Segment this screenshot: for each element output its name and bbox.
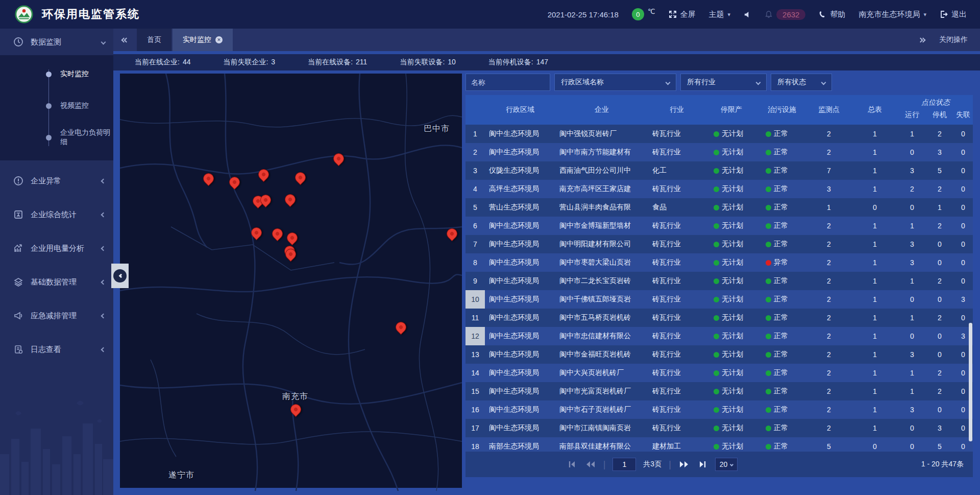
cell-limit-production: 无计划 xyxy=(705,405,757,414)
tab-home[interactable]: 首页 xyxy=(137,29,172,51)
sidebar-item-power-analysis[interactable]: 企业用电量分析 xyxy=(0,235,113,262)
stat-online-enterprises: 当前在线企业:44 xyxy=(135,58,190,67)
cell-company[interactable]: 阆中千佛镇五郎垭页岩 xyxy=(555,295,648,304)
cell-company[interactable]: 阆中市五马桥页岩机砖 xyxy=(555,313,648,322)
cell-stopped: 5 xyxy=(926,167,953,175)
table-row[interactable]: 7 阆中生态环境局 阆中明阳建材有限公司 砖瓦行业 无计划 正常 2 1 3 0… xyxy=(465,235,973,253)
sidebar-item-power-load-detail[interactable]: 企业电力负荷明细 xyxy=(0,122,113,153)
cell-monitor-points: 2 xyxy=(806,222,851,230)
table-row[interactable]: 17 阆中生态环境局 阆中市江南镇阆南页岩 砖瓦行业 无计划 正常 2 1 0 … xyxy=(465,419,973,437)
cell-monitor-points: 3 xyxy=(806,185,851,193)
table-row[interactable]: 3 仪陇生态环境局 西南油气田分公司川中 化工 无计划 正常 7 1 3 5 0 xyxy=(465,161,973,180)
cell-company[interactable]: 南充市高坪区王家店建 xyxy=(555,184,648,194)
cell-running: 3 xyxy=(898,167,926,175)
cell-company[interactable]: 阆中市二龙长宝页岩砖 xyxy=(555,276,648,286)
cell-company[interactable]: 阆中市金福旺页岩机砖 xyxy=(555,350,648,359)
tab-realtime-monitoring[interactable]: 实时监控 ✕ xyxy=(173,29,233,51)
sidebar-item-video-monitoring[interactable]: 视频监控 xyxy=(0,90,113,122)
org-dropdown[interactable]: 南充市生态环境局 ▾ xyxy=(859,10,926,19)
name-search-input[interactable] xyxy=(465,74,550,91)
cell-pollution-facility: 正常 xyxy=(757,423,806,433)
cell-pollution-facility: 正常 xyxy=(757,221,806,230)
cell-company[interactable]: 阆中明阳建材有限公司 xyxy=(555,240,648,249)
table-row[interactable]: 2 阆中生态环境局 阆中市南方节能建材有 砖瓦行业 无计划 正常 2 1 0 3… xyxy=(465,143,973,161)
industry-select[interactable]: 所有行业 xyxy=(680,74,767,91)
row-index: 11 xyxy=(465,314,485,322)
help-button[interactable]: 帮助 xyxy=(819,10,845,19)
table-row[interactable]: 5 营山生态环境局 营山县润丰肉食品有限 食品 无计划 正常 1 0 0 1 0 xyxy=(465,198,973,217)
table-row[interactable]: 9 阆中生态环境局 阆中市二龙长宝页岩砖 砖瓦行业 无计划 正常 2 1 1 2… xyxy=(465,272,973,290)
cell-company[interactable]: 阆中市金博瑞新型墙材 xyxy=(555,221,648,230)
cell-stopped: 2 xyxy=(926,387,953,395)
submenu-label: 实时监控 xyxy=(60,69,89,79)
status-dot-icon xyxy=(766,205,771,210)
table-row[interactable]: 14 阆中生态环境局 阆中大兴页岩机砖厂 砖瓦行业 无计划 正常 2 1 1 2… xyxy=(465,364,973,382)
sidebar-item-base-data[interactable]: 基础数据管理 xyxy=(0,269,113,295)
prev-page-button[interactable] xyxy=(585,460,596,469)
table-row[interactable]: 11 阆中生态环境局 阆中市五马桥页岩机砖 砖瓦行业 无计划 正常 2 1 1 … xyxy=(465,309,973,327)
row-index: 18 xyxy=(465,442,485,451)
fullscreen-button[interactable]: 全屏 xyxy=(669,10,696,19)
page-size-select[interactable]: 20 xyxy=(715,458,738,471)
tabs-scroll-left-button[interactable] xyxy=(113,29,137,51)
cell-company[interactable]: 南部县双佳建材有限公 xyxy=(555,442,648,451)
close-operations-button[interactable]: 关闭操作 xyxy=(939,35,968,44)
cell-company[interactable]: 阆中强锐页岩砖厂 xyxy=(555,129,648,138)
cell-company[interactable]: 阆中市江南镇阆南页岩 xyxy=(555,423,648,433)
cell-company[interactable]: 阆中市忠信建材有限公 xyxy=(555,332,648,341)
next-page-button[interactable] xyxy=(678,460,690,469)
cell-company[interactable]: 阆中市枣碧大梁山页岩 xyxy=(555,258,648,267)
theme-dropdown[interactable]: 主题 ▾ xyxy=(709,10,731,19)
table-row[interactable]: 6 阆中生态环境局 阆中市金博瑞新型墙材 砖瓦行业 无计划 正常 2 1 1 2… xyxy=(465,217,973,235)
row-index: 13 xyxy=(465,350,485,359)
cell-running: 3 xyxy=(898,258,926,267)
sidebar-item-log-view[interactable]: 日志查看 xyxy=(0,336,113,363)
caret-down-icon: ▾ xyxy=(728,11,731,18)
cell-monitor-points: 7 xyxy=(806,167,851,175)
sidebar-item-data-monitoring[interactable]: 数据监测 xyxy=(0,29,113,55)
status-dot-icon xyxy=(766,444,771,450)
cell-lost: 0 xyxy=(953,203,973,211)
sound-mute-button[interactable] xyxy=(744,11,751,18)
table-row[interactable]: 4 高坪生态环境局 南充市高坪区王家店建 砖瓦行业 无计划 正常 3 1 2 2… xyxy=(465,180,973,198)
page-number-input[interactable] xyxy=(612,458,636,471)
table-header: 行政区域 企业 行业 停限产 治污设施 监测点 总表 点位状态 运行 xyxy=(465,95,973,125)
table-row[interactable]: 18 南部生态环境局 南部县双佳建材有限公 建材加工 无计划 正常 5 0 0 … xyxy=(465,437,973,452)
status-select[interactable]: 所有状态 xyxy=(771,74,832,91)
cell-limit-production: 无计划 xyxy=(705,166,757,175)
table-row[interactable]: 15 阆中生态环境局 阆中市光富页岩机砖厂 砖瓦行业 无计划 正常 2 1 1 … xyxy=(465,382,973,400)
tabs-scroll-right-button[interactable] xyxy=(919,38,925,42)
row-index: 14 xyxy=(465,369,485,377)
region-select[interactable]: 行政区域名称 xyxy=(554,74,676,91)
logout-icon xyxy=(940,10,948,18)
sidebar-item-emergency-reduction[interactable]: 应急减排管理 xyxy=(0,302,113,329)
logout-button[interactable]: 退出 xyxy=(940,10,967,19)
cell-company[interactable]: 营山县润丰肉食品有限 xyxy=(555,203,648,212)
first-page-button[interactable] xyxy=(567,460,578,469)
cell-company[interactable]: 阆中市石子页岩机砖厂 xyxy=(555,405,648,414)
sidebar-item-label: 应急减排管理 xyxy=(31,311,77,321)
table-row[interactable]: 8 阆中生态环境局 阆中市枣碧大梁山页岩 砖瓦行业 无计划 异常 2 1 3 0… xyxy=(465,253,973,272)
status-dot-icon xyxy=(766,315,771,321)
table-row[interactable]: 10 阆中生态环境局 阆中千佛镇五郎垭页岩 砖瓦行业 无计划 正常 2 1 0 … xyxy=(465,290,973,309)
cell-company[interactable]: 阆中市光富页岩机砖厂 xyxy=(555,387,648,396)
sidebar-item-enterprise-statistics[interactable]: 企业综合统计 xyxy=(0,201,113,228)
last-page-button[interactable] xyxy=(697,460,708,469)
tab-close-icon[interactable]: ✕ xyxy=(215,36,223,43)
table-row[interactable]: 1 阆中生态环境局 阆中强锐页岩砖厂 砖瓦行业 无计划 正常 2 1 1 2 0 xyxy=(465,125,973,143)
chevron-down-icon xyxy=(101,39,106,44)
sidebar-item-enterprise-anomaly[interactable]: 企业异常 xyxy=(0,168,113,194)
table-row[interactable]: 12 阆中生态环境局 阆中市忠信建材有限公 砖瓦行业 无计划 正常 2 1 0 … xyxy=(465,327,973,345)
table-scrollbar[interactable] xyxy=(969,323,972,441)
table-row[interactable]: 13 阆中生态环境局 阆中市金福旺页岩机砖 砖瓦行业 无计划 正常 2 1 3 … xyxy=(465,345,973,364)
table-row[interactable]: 16 阆中生态环境局 阆中市石子页岩机砖厂 砖瓦行业 无计划 正常 2 1 3 … xyxy=(465,400,973,419)
cell-company[interactable]: 阆中大兴页岩机砖厂 xyxy=(555,368,648,378)
status-dot-icon xyxy=(766,242,771,247)
notifications-button[interactable]: 2632 xyxy=(765,9,805,20)
map-panel[interactable]: 巴中市南充市遂宁市 xyxy=(120,74,462,488)
sidebar-item-realtime-monitoring[interactable]: 实时监控 xyxy=(0,58,113,90)
cell-industry: 砖瓦行业 xyxy=(648,368,705,378)
map-collapse-button[interactable] xyxy=(111,264,129,288)
cell-company[interactable]: 阆中市南方节能建材有 xyxy=(555,148,648,157)
cell-company[interactable]: 西南油气田分公司川中 xyxy=(555,166,648,175)
